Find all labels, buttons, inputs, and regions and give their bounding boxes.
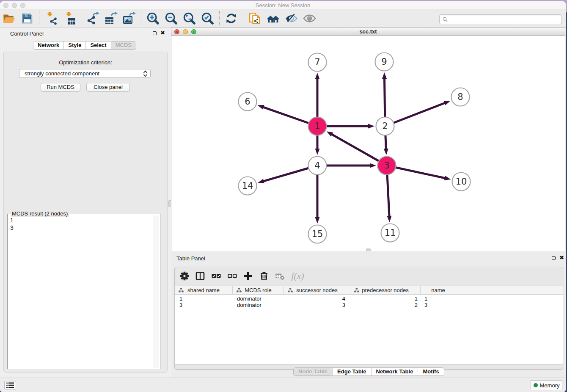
zoom-in-button[interactable] [144,10,162,27]
table-toolbar: f(x) [175,267,563,285]
edge-2-8[interactable] [385,101,451,126]
create-column-button[interactable] [240,268,256,284]
network-zoom-icon[interactable]: + [191,29,196,34]
node-6[interactable]: 6 [239,93,257,111]
import-network-button[interactable] [42,10,60,27]
tab-node-table[interactable]: Node Table [294,368,332,375]
zoom-out-button[interactable] [162,10,180,27]
select-all-button[interactable] [208,268,224,284]
column-header-MCDS-role[interactable]: MCDS role [233,286,284,295]
node-8[interactable]: 8 [451,88,470,106]
toggle-graphics-details-button[interactable] [282,10,300,27]
edge-3-1[interactable] [327,131,387,166]
node-7[interactable]: 7 [308,53,327,72]
table-cell[interactable]: 3 [421,302,456,309]
task-history-button[interactable] [4,381,16,389]
function-builder-button[interactable]: f(x) [288,271,304,282]
table-container: f(x) shared nameMCDS rolesuccessor nodes… [174,267,563,370]
first-neighbors-button[interactable] [264,10,282,27]
svg-text:1: 1 [314,121,320,131]
show-columns-button[interactable] [193,268,209,284]
column-header-predecessor-nodes[interactable]: predecessor nodes [350,286,421,295]
node-2[interactable]: 2 [376,117,394,135]
unselect-all-button[interactable] [224,268,240,284]
table-cell[interactable]: 4 [284,295,350,302]
network-minimize-icon[interactable]: − [183,29,188,34]
node-11[interactable]: 11 [381,224,399,242]
svg-text:15: 15 [312,229,323,239]
table-cell[interactable]: 1 [421,295,456,302]
run-mcds-button[interactable]: Run MCDS [41,83,80,91]
search-input[interactable] [450,15,560,23]
table-cell[interactable]: 1 [350,295,421,302]
criterion-select[interactable]: strongly connected component [19,69,151,78]
node-14[interactable]: 14 [239,177,257,195]
close-panel-icon[interactable]: ✖ [160,29,165,37]
table-cell[interactable]: 3 [284,302,350,309]
table-mode-button[interactable] [176,268,193,284]
table-float-icon[interactable] [552,256,556,260]
criterion-select-value: strongly connected component [25,70,99,77]
float-panel-icon[interactable] [153,31,157,35]
node-9[interactable]: 9 [375,53,394,71]
export-image-button[interactable] [120,10,138,27]
column-header-shared-name[interactable]: shared name [175,286,233,295]
column-header-label: name [431,287,445,293]
table-close-icon[interactable]: ✖ [559,254,564,262]
zoom-selected-button[interactable] [198,10,217,27]
table-row[interactable]: 1dominator411 [175,295,563,302]
check2-icon [211,271,221,281]
mcds-result-scrollbar[interactable] [154,215,159,368]
column-header-name[interactable]: name [421,286,456,295]
ic-zoom-out [165,12,178,25]
tab-select[interactable]: Select [85,41,110,49]
delete-table-button[interactable] [272,268,288,284]
table-cell[interactable]: dominator [233,302,284,309]
tab-network-table[interactable]: Network Table [371,368,418,375]
import-table-button[interactable] [60,10,78,27]
search-box[interactable] [439,14,562,24]
tree-icon [237,288,242,293]
memory-button[interactable]: Memory [531,380,562,390]
ic-import-table [63,12,76,25]
export-table-button[interactable] [102,10,120,27]
tab-motifs[interactable]: Motifs [418,368,443,375]
table-row[interactable]: 3dominator323 [175,302,563,309]
edge-3-10[interactable] [387,166,451,180]
node-1[interactable]: 1 [308,117,327,135]
optimization-criterion-label: Optimization criterion: [4,59,167,66]
tab-mcds[interactable]: MCDS [111,41,136,49]
column-header-successor-nodes[interactable]: successor nodes [284,286,350,295]
network-close-icon[interactable]: ✕ [174,29,179,34]
export-network-button[interactable] [84,10,102,27]
network-canvas[interactable]: 7968124314101511 [171,36,565,251]
table-cell[interactable]: dominator [233,295,284,302]
table-cell[interactable]: 2 [350,302,421,309]
node-3[interactable]: 3 [378,157,396,175]
tab-network[interactable]: Network [33,41,63,49]
gear-icon [179,271,190,281]
open-session-button[interactable] [0,10,18,27]
horizontal-split-handle[interactable] [366,248,371,251]
delete-columns-button[interactable] [256,268,272,284]
tab-style[interactable]: Style [63,41,85,49]
save-session-button[interactable] [18,10,36,27]
mcds-result-item[interactable]: 3 [10,224,154,232]
node-4[interactable]: 4 [308,157,327,175]
show-hide-button[interactable] [300,10,319,27]
clone-network-button[interactable] [246,10,264,27]
vertical-split-handle[interactable] [168,200,171,207]
uncheck2-icon [227,271,237,281]
mcds-result-list[interactable]: 13 [8,217,154,368]
zoom-fit-button[interactable] [180,10,198,27]
mcds-result-item[interactable]: 1 [10,217,154,224]
apply-layout-button[interactable] [222,10,240,27]
toolbar-separator [240,11,246,26]
node-10[interactable]: 10 [452,173,471,191]
table-cell[interactable]: 3 [175,302,233,309]
tab-edge-table[interactable]: Edge Table [332,368,371,375]
network-window-titlebar[interactable]: scc.txt ✕ − + [171,28,565,36]
close-panel-button[interactable]: Close panel [86,83,130,91]
node-15[interactable]: 15 [308,225,327,243]
table-cell[interactable]: 1 [175,295,233,302]
